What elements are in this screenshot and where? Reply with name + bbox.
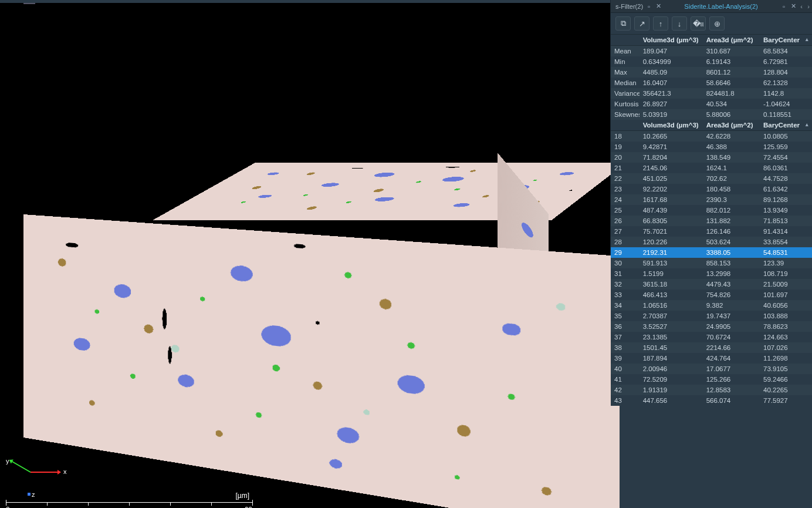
stats-row[interactable]: Variance356421.3824481.81142.8	[611, 88, 812, 99]
row-bary: 40.2265	[760, 385, 812, 395]
row-bary: 21.5009	[760, 279, 812, 290]
stats-row[interactable]: Kurtosis26.892740.534-1.04624	[611, 99, 812, 109]
row-volume: 1.91319	[640, 385, 703, 395]
copy-button[interactable]: ⧉	[615, 16, 631, 31]
col-header-volume[interactable]: Volume3d (µm^3)	[640, 35, 703, 46]
table-row[interactable]: 341.065169.38240.6056	[611, 300, 812, 311]
volume-render[interactable]	[23, 73, 563, 461]
table-row[interactable]: 2392.2202180.45861.6342	[611, 184, 812, 194]
arrow-down-icon: ↓	[678, 19, 682, 28]
col-header-barycenter[interactable]: BaryCenter▴	[760, 120, 812, 131]
stats-row[interactable]: Skewness5.039195.880060.118551	[611, 109, 812, 120]
table-row[interactable]: 2775.7021126.14691.4314	[611, 226, 812, 237]
row-area: 754.826	[703, 290, 760, 300]
table-row[interactable]: 199.4287146.388125.959	[611, 142, 812, 152]
table-row[interactable]: 2666.8305131.88271.8513	[611, 216, 812, 226]
table-row[interactable]: 39187.894424.76411.2698	[611, 353, 812, 364]
row-area: 46.388	[703, 142, 760, 152]
row-bary: 91.4314	[760, 226, 812, 237]
table-row[interactable]: 352.7038719.7437103.888	[611, 311, 812, 321]
col-header-area[interactable]: Area3d (µm^2)	[703, 35, 760, 46]
table-row[interactable]: 43447.656566.07477.5927	[611, 395, 812, 406]
copy-icon: ⧉	[621, 19, 626, 28]
volume-face-front	[23, 214, 620, 508]
restore-icon[interactable]: ▫	[645, 3, 652, 10]
chevron-left-icon[interactable]: ‹	[798, 3, 805, 10]
row-id: 34	[611, 300, 640, 311]
col-header-volume[interactable]: Volume3d (µm^3)	[640, 120, 703, 131]
row-volume: 2192.31	[640, 247, 703, 258]
stats-label: Variance	[611, 88, 640, 99]
row-bary: 103.888	[760, 311, 812, 321]
tab-filter[interactable]: s-Filter(2) ▫ ✕	[611, 0, 664, 13]
axis-z-icon	[28, 493, 31, 496]
table-row[interactable]: 25487.439882.01213.9349	[611, 205, 812, 216]
table-row[interactable]: 22451.025702.6244.7528	[611, 173, 812, 184]
row-area: 424.764	[703, 353, 760, 364]
stats-row[interactable]: Mean189.047310.68768.5834	[611, 46, 812, 57]
row-area: 858.153	[703, 258, 760, 268]
row-bary: 123.39	[760, 258, 812, 268]
table-row[interactable]: 421.9131912.858340.2265	[611, 385, 812, 395]
axis-gizmo[interactable]: x y z	[6, 449, 65, 496]
stats-volume: 26.8927	[640, 99, 703, 109]
table-row[interactable]: 381501.452214.66107.026	[611, 342, 812, 353]
row-area: 12.8583	[703, 385, 760, 395]
row-id: 21	[611, 163, 640, 173]
col-header-barycenter[interactable]: BaryCenter▴	[760, 35, 812, 46]
stats-row[interactable]: Median16.040758.664662.1328	[611, 78, 812, 88]
row-volume: 75.7021	[640, 226, 703, 237]
table-row[interactable]: 3723.138570.6724124.663	[611, 332, 812, 342]
table-row[interactable]: 33466.413754.826101.697	[611, 290, 812, 300]
row-bary: 124.663	[760, 332, 812, 342]
move-down-button[interactable]: ↓	[672, 16, 687, 31]
stats-row[interactable]: Max4485.098601.12128.804	[611, 67, 812, 78]
row-id: 20	[611, 152, 640, 163]
table-row[interactable]: 311.519913.2998108.719	[611, 268, 812, 279]
col-header-area[interactable]: Area3d (µm^2)	[703, 120, 760, 131]
row-id: 39	[611, 353, 640, 364]
table-row[interactable]: 241617.682390.389.1268	[611, 194, 812, 205]
table-row[interactable]: 212145.061624.186.0361	[611, 163, 812, 173]
stats-label: Median	[611, 78, 640, 88]
table-row[interactable]: 30591.913858.153123.39	[611, 258, 812, 268]
table-row[interactable]: 402.0094617.067773.9105	[611, 364, 812, 374]
row-bary: 108.719	[760, 268, 812, 279]
row-volume: 591.913	[640, 258, 703, 268]
table-row[interactable]: 323615.184479.4321.5009	[611, 279, 812, 290]
target-button[interactable]: ⊕	[709, 16, 725, 31]
table-row[interactable]: 292192.313388.0554.8531	[611, 247, 812, 258]
row-area: 180.458	[703, 184, 760, 194]
row-bary: 33.8554	[760, 237, 812, 247]
arrow-up-icon: ↑	[659, 19, 663, 28]
row-volume: 451.025	[640, 173, 703, 184]
tab-label-analysis[interactable]: Siderite.Label-Analysis(2)	[664, 0, 776, 13]
table-row[interactable]: 363.5252724.990578.8623	[611, 321, 812, 332]
row-area: 4479.43	[703, 279, 760, 290]
3d-viewport[interactable]: x y z [µm] 0 60	[0, 0, 610, 508]
stats-row[interactable]: Min0.6349996.191436.72981	[611, 56, 812, 67]
row-bary: 61.6342	[760, 184, 812, 194]
restore-icon[interactable]: ▫	[780, 3, 787, 10]
table-row[interactable]: 2071.8204138.54972.4554	[611, 152, 812, 163]
row-bary: 40.6056	[760, 300, 812, 311]
row-volume: 466.413	[640, 290, 703, 300]
chart-button[interactable]: �ιι	[691, 16, 706, 31]
row-area: 9.382	[703, 300, 760, 311]
table-row[interactable]: 28120.226503.62433.8554	[611, 237, 812, 247]
close-icon[interactable]: ✕	[655, 2, 662, 10]
axis-x-icon	[31, 472, 60, 473]
stats-area: 6.19143	[703, 56, 760, 67]
row-bary: 71.8513	[760, 216, 812, 226]
table-row[interactable]: 4172.5209125.26659.2466	[611, 374, 812, 385]
export-button[interactable]: ↗	[634, 16, 649, 31]
move-up-button[interactable]: ↑	[653, 16, 668, 31]
col-header-index[interactable]	[611, 120, 640, 131]
col-header-index[interactable]	[611, 35, 640, 46]
close-icon[interactable]: ✕	[790, 2, 797, 10]
row-bary: 125.959	[760, 142, 812, 152]
chevron-right-icon[interactable]: ›	[805, 3, 812, 10]
panel-toolbar: ⧉ ↗ ↑ ↓ �ιι ⊕	[611, 13, 812, 35]
table-row[interactable]: 1810.266542.622810.0805	[611, 131, 812, 142]
axis-x-label: x	[63, 468, 67, 475]
